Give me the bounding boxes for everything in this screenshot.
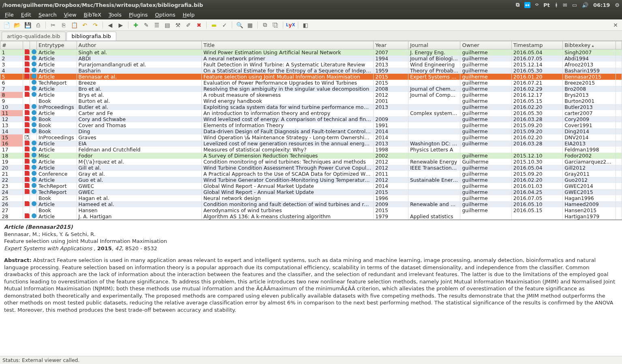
url-icon[interactable] — [32, 68, 36, 72]
table-row[interactable]: 9BookBurton et al.Wind energy handbook20… — [0, 98, 622, 104]
pdf-icon[interactable] — [25, 153, 30, 158]
url-icon[interactable] — [32, 140, 36, 145]
external-icon[interactable] — [25, 135, 29, 139]
url-icon[interactable] — [32, 165, 36, 170]
table-row[interactable]: 8ArticleBrys et al.A robust measure of s… — [0, 92, 622, 98]
table-row[interactable]: 19ArticleM{\'a}rquez et al.Condition mon… — [0, 159, 622, 165]
mark-icon[interactable]: ▬ — [209, 21, 219, 30]
copy2-icon[interactable]: ⧉ — [260, 21, 270, 30]
scrollbar[interactable] — [616, 134, 622, 140]
paste2-icon[interactable]: ⿻ — [271, 21, 280, 30]
scrollbar[interactable] — [616, 110, 622, 116]
paste-icon[interactable]: 📋 — [69, 21, 79, 30]
url-icon[interactable] — [32, 171, 36, 176]
open-icon[interactable]: 📂 — [12, 21, 22, 30]
url-icon[interactable] — [32, 153, 36, 158]
table-row[interactable]: 11ArticleCarter and FeAn introduction to… — [0, 110, 622, 116]
bluetooth-icon[interactable]: ᚼ — [555, 2, 558, 8]
scrollbar[interactable] — [616, 74, 622, 80]
table-row[interactable]: 23TechReportGWECGlobal Wind Report - Ann… — [0, 183, 622, 189]
pdf-icon[interactable] — [25, 86, 30, 91]
table-row[interactable]: 28ArticleJ. A. HartiganAlgorithm AS 136:… — [0, 213, 622, 219]
table-row[interactable]: 4ArticleBasharinOn a Statistical Estimat… — [0, 68, 622, 74]
scrollbar[interactable] — [616, 201, 622, 207]
pdf-icon[interactable] — [25, 68, 30, 72]
pdf-icon[interactable] — [25, 74, 30, 79]
table-row[interactable]: 22ArticleGuo et al.Wind Turbine Generato… — [0, 177, 622, 183]
pdf-icon[interactable] — [25, 171, 30, 176]
pdf-icon[interactable] — [25, 92, 30, 97]
menu-search[interactable]: Search — [35, 11, 60, 19]
col-owner[interactable]: Owner — [460, 41, 511, 49]
table-row[interactable]: 16ArticleEIALevelized cost of new genera… — [0, 140, 622, 147]
url-icon[interactable] — [32, 104, 36, 109]
teamviewer-icon[interactable]: ↔ — [524, 2, 530, 8]
col-num[interactable]: # — [0, 41, 23, 49]
menu-file[interactable]: File — [2, 11, 17, 19]
pdf-icon[interactable] — [25, 140, 30, 145]
scrollbar[interactable] — [616, 116, 622, 122]
wifi-icon[interactable]: ⌔ — [535, 2, 539, 8]
pdf-icon[interactable] — [25, 49, 30, 54]
table-row[interactable]: 14BookDingData-driven Design of Fault Di… — [0, 128, 622, 134]
url-icon[interactable] — [32, 49, 36, 54]
pdf-icon[interactable] — [25, 147, 30, 151]
url-icon[interactable] — [32, 213, 36, 218]
pdf-icon[interactable] — [25, 116, 30, 121]
table-row[interactable]: 20ArticleGill et al.Wind Turbine Conditi… — [0, 165, 622, 171]
scrollbar[interactable] — [616, 213, 622, 219]
scrollbar[interactable] — [616, 68, 622, 74]
table-row[interactable]: 5ArticleBennasar et al.Feature selection… — [0, 74, 622, 80]
tool2-icon[interactable]: ✐ — [184, 21, 193, 30]
scrollbar[interactable] — [616, 153, 622, 159]
col-bibtexkey[interactable]: Bibtexkey — [563, 41, 616, 49]
url-icon[interactable] — [32, 92, 36, 97]
scrollbar[interactable] — [616, 147, 622, 153]
url-icon[interactable] — [32, 122, 36, 127]
table-row[interactable]: 24TechReportGWECGlobal Wind Report - Ann… — [0, 189, 622, 195]
copy-icon[interactable]: ⎘ — [59, 21, 68, 30]
table-row[interactable]: 25BookHagan et al.Neural network design1… — [0, 195, 622, 201]
scrollbar[interactable] — [616, 55, 622, 62]
unmark-icon[interactable]: ✓ — [220, 21, 229, 30]
table-row[interactable]: 21ConferenceGray et al.A Practical Appro… — [0, 171, 622, 177]
url-icon[interactable] — [32, 86, 36, 91]
col-title[interactable]: Title — [202, 41, 374, 49]
url-icon[interactable] — [32, 159, 36, 164]
scrollbar[interactable] — [616, 171, 622, 177]
pdf-icon[interactable] — [25, 104, 30, 109]
scrollbar[interactable] — [616, 165, 622, 171]
scrollbar[interactable] — [616, 189, 622, 195]
pdf-icon[interactable] — [25, 165, 30, 170]
url-icon[interactable] — [32, 189, 36, 194]
url-icon[interactable] — [32, 62, 36, 66]
oo-icon[interactable]: ◧ — [301, 21, 310, 30]
clock[interactable]: 06:19 — [593, 2, 610, 8]
table-row[interactable]: 13BookCover and ThomasElements of Inform… — [0, 122, 622, 128]
col-pdf[interactable] — [23, 41, 30, 49]
delete-icon[interactable]: ✖ — [194, 21, 204, 30]
scrollbar[interactable] — [616, 159, 622, 165]
scrollbar[interactable] — [616, 86, 622, 92]
preview-icon[interactable]: ▦ — [245, 21, 255, 30]
save-icon[interactable]: 💾 — [23, 21, 32, 30]
edit-entry-icon[interactable]: ✎ — [141, 21, 151, 30]
dropbox-icon[interactable]: ⧉ — [516, 2, 519, 8]
url-icon[interactable] — [32, 183, 36, 188]
col-url[interactable] — [30, 41, 36, 49]
scrollbar[interactable] — [616, 177, 622, 183]
menu-tools[interactable]: Tools — [105, 11, 125, 19]
tab-artigo[interactable]: artigo-qualidade.bib — [2, 32, 66, 40]
scrollbar[interactable] — [616, 98, 622, 104]
pdf-icon[interactable] — [25, 55, 30, 60]
col-author[interactable]: Author — [77, 41, 202, 49]
save-all-icon[interactable]: ⎙ — [33, 21, 43, 30]
pdf-icon[interactable] — [25, 62, 30, 66]
scrollbar[interactable] — [616, 140, 622, 147]
new-entry-icon[interactable]: ✚ — [131, 21, 141, 30]
undo-icon[interactable]: ↶ — [80, 21, 90, 30]
keyboard-indicator[interactable]: Pt — [543, 2, 550, 8]
table-row[interactable]: 18MiscFodorA Survey of Dimension Reducti… — [0, 153, 622, 159]
menu-plugins[interactable]: Plugins — [126, 11, 151, 19]
back-icon[interactable]: ◀ — [105, 21, 115, 30]
